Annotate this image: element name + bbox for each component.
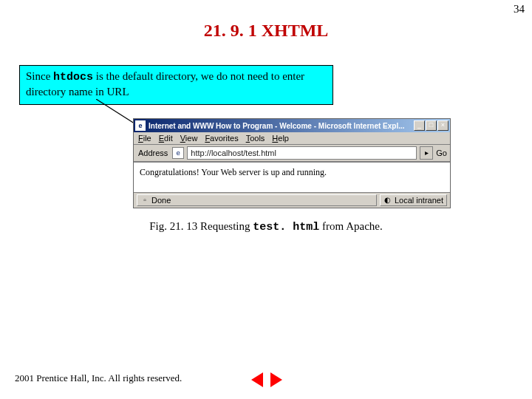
status-right-cell: ◐ Local intranet <box>380 194 447 206</box>
browser-statusbar: ▫ Done ◐ Local intranet <box>134 193 450 208</box>
caption-pre: Fig. 21. 13 Requesting <box>149 220 253 232</box>
callout-box: Since htdocs is the default directory, w… <box>19 65 333 105</box>
browser-window: e Internet and WWW How to Program - Welc… <box>133 118 451 208</box>
minimize-button[interactable]: _ <box>414 120 425 131</box>
page-icon: e <box>172 147 184 159</box>
figure-caption: Fig. 21. 13 Requesting test. html from A… <box>0 220 532 233</box>
menu-view[interactable]: View <box>180 134 198 143</box>
page-number: 34 <box>514 3 525 16</box>
go-button[interactable]: ▸ <box>420 146 433 160</box>
menu-help[interactable]: Help <box>272 134 289 143</box>
slide-nav <box>251 372 282 387</box>
menu-file[interactable]: File <box>138 134 151 143</box>
copyright-footer: 2001 Prentice Hall, Inc. All rights rese… <box>15 372 182 384</box>
caption-code: test. html <box>253 221 319 233</box>
status-left-cell: ▫ Done <box>137 194 377 206</box>
callout-code: htdocs <box>53 71 93 83</box>
status-left-text: Done <box>151 195 171 205</box>
menu-tools[interactable]: Tools <box>246 134 265 143</box>
section-title: 21. 9. 1 XHTML <box>0 21 532 41</box>
address-label: Address <box>137 149 169 157</box>
browser-content: Congratulations! Your Web server is up a… <box>134 162 450 193</box>
caption-post: from Apache. <box>319 220 382 232</box>
page-body-text: Congratulations! Your Web server is up a… <box>140 167 327 177</box>
browser-menubar: File Edit View Favorites Tools Help <box>134 132 450 145</box>
menu-favorites[interactable]: Favorites <box>205 134 238 143</box>
go-label: Go <box>436 149 447 157</box>
browser-addressbar: Address e http://localhost/test.html ▸ G… <box>134 145 450 162</box>
browser-titlebar: e Internet and WWW How to Program - Welc… <box>134 119 450 132</box>
next-slide-button[interactable] <box>270 372 282 387</box>
close-button[interactable]: × <box>437 120 449 131</box>
status-right-text: Local intranet <box>395 195 443 205</box>
prev-slide-button[interactable] <box>251 372 263 387</box>
ie-icon: e <box>135 120 146 131</box>
maximize-button[interactable]: □ <box>426 120 437 131</box>
document-icon: ▫ <box>140 196 149 205</box>
callout-text-pre: Since <box>26 70 53 82</box>
address-input[interactable]: http://localhost/test.html <box>187 146 417 160</box>
intranet-icon: ◐ <box>383 196 392 205</box>
menu-edit[interactable]: Edit <box>159 134 173 143</box>
browser-title-text: Internet and WWW How to Program - Welcom… <box>149 122 414 130</box>
